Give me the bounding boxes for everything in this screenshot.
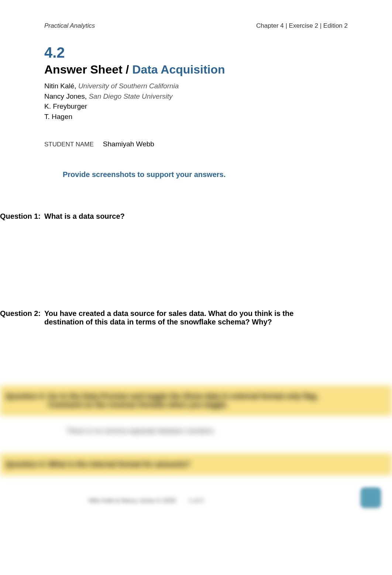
- question-2: Question 2: You have created a data sour…: [0, 309, 348, 326]
- question-text: What is a data source?: [44, 212, 348, 221]
- student-label: STUDENT NAME: [44, 141, 94, 148]
- question-text: You have created a data source for sales…: [44, 309, 348, 326]
- question-label: Question 2:: [0, 309, 44, 326]
- student-row: STUDENT NAME Shamiyah Webb: [44, 140, 348, 148]
- question-3-blurred: Question 3: Go to the Data Preview and t…: [0, 385, 392, 416]
- section-number: 4.2: [44, 44, 348, 61]
- answer-3-blurred: There is no comma separate between numbe…: [66, 427, 392, 435]
- footer-page-number: 1 of 3: [189, 497, 203, 504]
- corner-badge-icon: [361, 487, 381, 508]
- question-label: Question 1:: [0, 212, 44, 221]
- author-name: T. Hagen: [44, 113, 72, 120]
- author-affiliation: San Diego State University: [89, 92, 172, 100]
- author-name: K. Freyburger: [44, 102, 87, 110]
- footer-copyright: Nitin Kalé & Nancy Jones © 2020: [89, 497, 176, 504]
- author-line: Nitin Kalé, University of Southern Calif…: [44, 81, 348, 91]
- question-label: Question 4:: [4, 460, 48, 469]
- question-text: What is the internal format for amounts?: [48, 460, 388, 469]
- page-footer: Nitin Kalé & Nancy Jones © 2020 1 of 3: [44, 497, 348, 504]
- student-name: Shamiyah Webb: [103, 140, 154, 148]
- page-title: Answer Sheet / Data Acquisition: [44, 63, 348, 76]
- author-line: Nancy Jones, San Diego State University: [44, 91, 348, 102]
- question-1: Question 1: What is a data source?: [0, 212, 348, 221]
- author-affiliation: University of Southern California: [78, 82, 179, 90]
- title-prefix: Answer Sheet /: [44, 63, 132, 76]
- instruction-text: Provide screenshots to support your answ…: [63, 170, 348, 179]
- author-name: Nitin Kalé,: [44, 82, 76, 90]
- question-text: Go to the Data Preview and toggle the Sh…: [48, 392, 388, 409]
- author-line: T. Hagen: [44, 112, 348, 122]
- author-name: Nancy Jones,: [44, 92, 87, 100]
- author-line: K. Freyburger: [44, 101, 348, 112]
- question-4-blurred: Question 4: What is the internal format …: [0, 453, 392, 475]
- page-header: Practical Analytics Chapter 4 | Exercise…: [44, 22, 348, 30]
- blurred-content: Question 3: Go to the Data Preview and t…: [0, 385, 392, 475]
- question-label: Question 3:: [4, 392, 48, 409]
- authors-block: Nitin Kalé, University of Southern Calif…: [44, 81, 348, 122]
- title-topic: Data Acquisition: [132, 63, 225, 76]
- header-title: Practical Analytics: [44, 22, 95, 30]
- header-meta: Chapter 4 | Exercise 2 | Edition 2: [256, 22, 348, 30]
